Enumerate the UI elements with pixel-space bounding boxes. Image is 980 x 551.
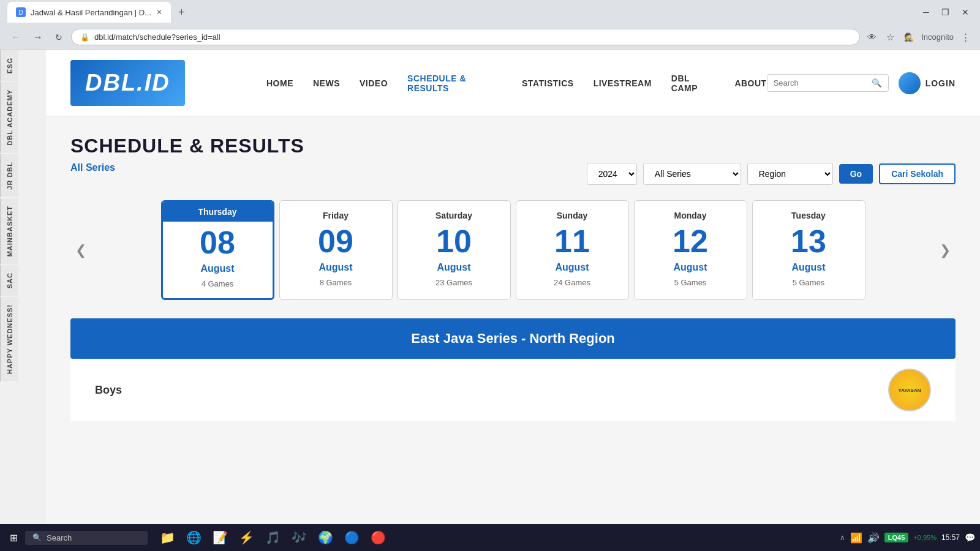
taskbar-search-icon: 🔍 [32,533,42,542]
window-controls: ─ ❐ ✕ [919,6,973,18]
taskbar-app-music2[interactable]: 🎶 [287,528,312,547]
date-11: 11 [524,225,621,257]
nav-statistics[interactable]: STATISTICS [522,78,574,88]
address-bar[interactable]: 🔒 dbl.id/match/schedule?series_id=all [71,29,860,45]
day-thursday: Thursday [163,202,273,222]
search-button[interactable]: 🔍 [872,78,882,88]
calendar-card-monday[interactable]: Monday 12 August 5 Games [634,200,747,300]
music2-icon: 🎶 [292,530,307,545]
incognito-icon: 🕵 [902,30,916,44]
logo-area: DBL.ID [70,60,266,106]
tab-close-button[interactable]: ✕ [156,8,162,17]
calendar-card-thursday[interactable]: Thursday 08 August 4 Games [161,200,274,300]
taskbar-app-red[interactable]: 🔴 [366,528,391,547]
calendar-card-sunday[interactable]: Sunday 11 August 24 Games [516,200,629,300]
calendar-cards: Thursday 08 August 4 Games Friday 09 Aug… [94,200,932,300]
sidebar-tab-mainbasket[interactable]: MAINBASKET [0,198,18,264]
go-button[interactable]: Go [839,164,873,184]
nav-schedule[interactable]: SCHEDULE & RESULTS [407,73,502,93]
taskbar-app-files[interactable]: 📁 [155,528,180,547]
taskbar-app-notepad[interactable]: 📝 [208,528,233,547]
day-sunday: Sunday [524,211,621,220]
maximize-button[interactable]: ❐ [938,6,953,18]
active-tab[interactable]: D Jadwal & Hasil Pertandingan | D... ✕ [7,2,171,23]
bookmark-icon[interactable]: ☆ [884,29,897,45]
notification-icon[interactable]: 💬 [965,533,975,542]
date-13: 13 [760,225,858,257]
minimize-button[interactable]: ─ [919,6,933,18]
series-filter[interactable]: All Series [643,163,741,185]
games-08: 4 Games [170,279,265,288]
month-10: August [405,262,503,273]
chrome-icon: 🔵 [344,530,360,545]
calendar-card-saturday[interactable]: Saturday 10 August 23 Games [398,200,511,300]
calendar-next-button[interactable]: ❯ [935,238,956,263]
boys-section: Boys YAYASAN [70,359,956,421]
boys-title: Boys [95,384,122,397]
notepad-icon: 📝 [213,530,228,545]
red-icon: 🔴 [371,530,386,545]
sidebar-tabs: ESG DBL ACADEMY JR DBL MAINBASKET SAC HA… [0,50,18,381]
lq45-badge: LQ45 [884,533,909,542]
network-icon: 📶 [850,532,862,544]
games-09: 8 Games [287,278,385,287]
nav-about[interactable]: ABOUT [734,78,766,88]
date-08: 08 [170,227,265,258]
sidebar-tab-happy-wedness[interactable]: HAPPY WEDNESS! [0,297,18,381]
login-button[interactable]: LOGIN [899,72,956,94]
cari-sekolah-button[interactable]: Cari Sekolah [879,163,956,184]
clock-time: 15:57 [941,533,960,542]
school-logo-text: YAYASAN [899,388,921,393]
month-12: August [642,262,739,273]
nav-livestream[interactable]: LIVESTREAM [594,78,652,88]
new-tab-button[interactable]: + [173,4,190,21]
taskbar-search-text: Search [47,533,72,542]
close-button[interactable]: ✕ [958,6,973,18]
games-11: 24 Games [524,278,621,287]
more-options-button[interactable]: ⋮ [959,29,973,45]
start-button[interactable]: ⊞ [5,530,23,546]
login-label: LOGIN [925,78,956,88]
refresh-button[interactable]: ↻ [51,30,66,45]
nav-home[interactable]: HOME [266,78,293,88]
sidebar-tab-jr-dbl[interactable]: JR DBL [0,154,18,197]
month-11: August [524,262,621,273]
page-title: SCHEDULE & RESULTS [70,135,956,157]
taskbar-app-globe[interactable]: 🌍 [313,528,338,547]
date-09: 09 [287,225,385,257]
nav-dbl-camp[interactable]: DBL CAMP [671,73,715,93]
sidebar-tab-esg[interactable]: ESG [0,50,18,81]
system-tray: ∧ 📶 🔊 LQ45 +0,95% 15:57 💬 [840,532,975,544]
day-saturday: Saturday [405,211,503,220]
calendar-card-tuesday[interactable]: Tuesday 13 August 5 Games [752,200,865,300]
sidebar-tab-dbl-academy[interactable]: DBL ACADEMY [0,82,18,153]
games-13: 5 Games [760,278,858,287]
logo-text: DBL.ID [85,70,170,96]
calendar-card-friday[interactable]: Friday 09 August 8 Games [279,200,393,300]
region-filter[interactable]: Region [747,163,833,185]
taskbar-app-music1[interactable]: 🎵 [260,528,285,547]
taskbar-app-browser1[interactable]: 🌐 [181,528,206,547]
bolt-icon: ⚡ [239,530,254,545]
search-input[interactable] [774,78,872,88]
school-logo-area: YAYASAN [888,369,931,411]
music1-icon: 🎵 [265,530,281,545]
taskbar-search-box[interactable]: 🔍 Search [25,531,148,545]
tray-chevron[interactable]: ∧ [840,533,845,542]
nav-video[interactable]: VIDEO [360,78,388,88]
logo-image[interactable]: DBL.ID [70,60,185,106]
month-09: August [287,262,385,273]
tab-title: Jadwal & Hasil Pertandingan | D... [31,8,151,17]
calendar-prev-button[interactable]: ❮ [70,238,91,263]
forward-button[interactable]: → [29,29,47,45]
search-box[interactable]: 🔍 [767,74,889,92]
eye-slash-icon[interactable]: 👁 [865,29,879,45]
year-filter[interactable]: 2024 [587,163,637,185]
nav-news[interactable]: NEWS [313,78,340,88]
back-button[interactable]: ← [7,29,24,45]
taskbar-app-chrome[interactable]: 🔵 [339,528,364,547]
main-content: DBL.ID HOME NEWS VIDEO SCHEDULE & RESULT… [46,50,980,551]
games-12: 5 Games [642,278,739,287]
taskbar-app-bolt[interactable]: ⚡ [234,528,259,547]
sidebar-tab-sac[interactable]: SAC [0,265,18,296]
